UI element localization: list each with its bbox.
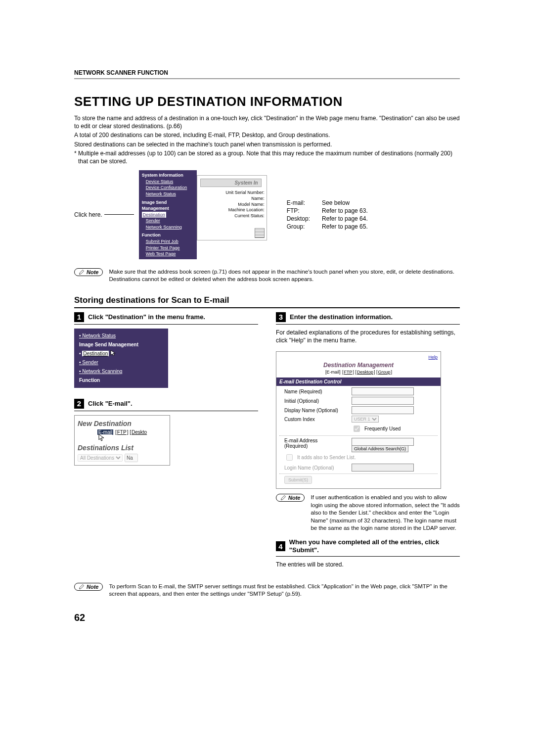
tab-desktop: Desktop (357, 370, 373, 375)
divider (279, 473, 438, 474)
step-3-body: For detailed explanations of the procedu… (276, 329, 460, 344)
note-label: Note (288, 495, 300, 501)
step-number: 1 (74, 312, 84, 322)
intro-p4: * Multiple e-mail addresses (up to 100) … (74, 149, 460, 165)
index-select: USER 1 (352, 416, 379, 423)
table-row: Desktop:Refer to page 64. (287, 215, 380, 223)
web-menu-screenshot: System Information Device Status Device … (139, 170, 197, 259)
ref-key: E-mail: (287, 199, 322, 207)
dm-tabs: [E-mail] [FTP] [Desktop] [Group] (279, 370, 438, 375)
login-input (352, 464, 414, 472)
note-text: Make sure that the address book screen (… (109, 268, 460, 284)
menu-item: Submit Print Job (142, 238, 194, 245)
cursor-icon (110, 350, 116, 357)
form-row: Submit(S) (284, 476, 438, 484)
pointer-line (104, 214, 134, 215)
menu-item: Device Status (142, 179, 194, 185)
step-title: When you have completed all of the entri… (289, 538, 460, 555)
dm-title: Destination Management (279, 362, 438, 369)
step-1-screenshot: Network Status Image Send Management Des… (74, 329, 168, 388)
help-link: Help (279, 355, 438, 360)
ref-val: Refer to page 64. (322, 215, 380, 223)
tab-email: E-mail (97, 429, 113, 435)
panel-heading: Destinations List (78, 444, 167, 452)
reference-table: E-mail:See below FTP:Refer to page 63. D… (287, 199, 380, 231)
pencil-icon (280, 495, 286, 501)
menu-h1: System Information (142, 172, 194, 179)
note-label: Note (87, 584, 98, 590)
menu-item-selected: Destination (82, 351, 109, 356)
step-number: 4 (276, 541, 285, 551)
note-badge: Note (276, 494, 305, 502)
menu-item: Network Scanning (79, 367, 163, 376)
tab-email: [E-mail] (325, 370, 341, 375)
form-row: Display Name (Optional) (284, 406, 438, 414)
panel-heading: New Destination (78, 420, 167, 427)
form-label: Login Name (Optional) (284, 465, 349, 471)
ref-val: See below (322, 199, 380, 207)
intro-p2: A total of 200 destinations can be store… (74, 131, 460, 139)
section-header: NETWORK SCANNER FUNCTION (74, 69, 460, 76)
cursor-icon (98, 434, 105, 442)
note-badge: Note (74, 268, 103, 276)
form-label: Name (Required) (284, 389, 349, 394)
menu-item: Device Configuration (142, 185, 194, 191)
form-row: It adds also to Sender List. (284, 453, 438, 462)
form-row: Initial (Optional) (284, 397, 438, 405)
step-3-screenshot: Help Destination Management [E-mail] [FT… (276, 351, 441, 489)
page-number: 62 (74, 612, 460, 623)
sysinfo-label: Name: (197, 196, 265, 202)
gas-button: Global Address Search(G) (352, 445, 408, 452)
click-here-label: Click here. (74, 211, 134, 218)
form-label: Display Name (Optional) (284, 408, 349, 413)
step-title: Click "Destination" in the menu frame. (88, 313, 205, 321)
tab-ftp: FTP (344, 370, 352, 375)
left-column: 1 Click "Destination" in the menu frame.… (74, 312, 258, 576)
form-label: Initial (Optional) (284, 398, 349, 404)
sysinfo-label: Current Status: (197, 213, 265, 219)
figure-row: Click here. System Information Device St… (74, 170, 460, 259)
table-row: E-mail:See below (287, 199, 380, 207)
printer-icon (255, 228, 265, 238)
na-field (125, 454, 138, 462)
menu-item: Web Test Page (142, 251, 194, 257)
menu-item: Sender (142, 218, 194, 224)
section-subtitle: Storing destinations for Scan to E-mail (74, 295, 460, 305)
sysinfo-label: Unit Serial Number: (197, 190, 265, 196)
section-bar: E-mail Destination Control (276, 378, 441, 386)
step-number: 3 (276, 312, 286, 322)
menu-and-sysinfo: System Information Device Status Device … (139, 170, 267, 259)
note-2: Note To perform Scan to E-mail, the SMTP… (74, 583, 460, 598)
pencil-icon (79, 269, 85, 275)
ref-key: Group: (287, 223, 322, 231)
sysinfo-label: Machine Location: (197, 207, 265, 213)
menu-item: Sender (79, 358, 163, 367)
menu-item: Network Scanning (142, 224, 194, 231)
intro-block: To store the name and address of a desti… (74, 114, 460, 165)
sysinfo-labels: Unit Serial Number: Name: Model Name: Ma… (197, 190, 267, 219)
initial-input (352, 397, 414, 405)
header-rule (74, 78, 460, 79)
step-4-head: 4 When you have completed all of the ent… (276, 538, 460, 557)
tab-links: E-mail [FTP] [Deskto (78, 429, 167, 435)
destinations-select: All Destinations (78, 454, 123, 462)
freq-checkbox (354, 425, 360, 432)
ref-key: Desktop: (287, 215, 322, 223)
form-label: E-mail Address(Required) (284, 438, 349, 449)
menu-item: Printer Test Page (142, 245, 194, 251)
menu-heading: Function (79, 376, 163, 385)
senderlist-label: It adds also to Sender List. (297, 455, 356, 460)
menu-item-selected: Destination (142, 212, 166, 218)
form-row: Login Name (Optional) (284, 464, 438, 472)
step-title: Click "E-mail". (88, 400, 133, 408)
email-input (352, 438, 414, 446)
form-row: Custom IndexUSER 1 (284, 416, 438, 423)
system-info-screenshot: System In Unit Serial Number: Name: Mode… (197, 175, 267, 240)
table-row: FTP:Refer to page 63. (287, 207, 380, 215)
name-input (352, 387, 414, 395)
table-row: Group:Refer to page 65. (287, 223, 380, 231)
form-row: Frequently Used (284, 424, 438, 433)
freq-label: Frequently Used (364, 426, 400, 431)
pencil-icon (79, 584, 85, 590)
menu-item: Network Status (79, 331, 163, 340)
